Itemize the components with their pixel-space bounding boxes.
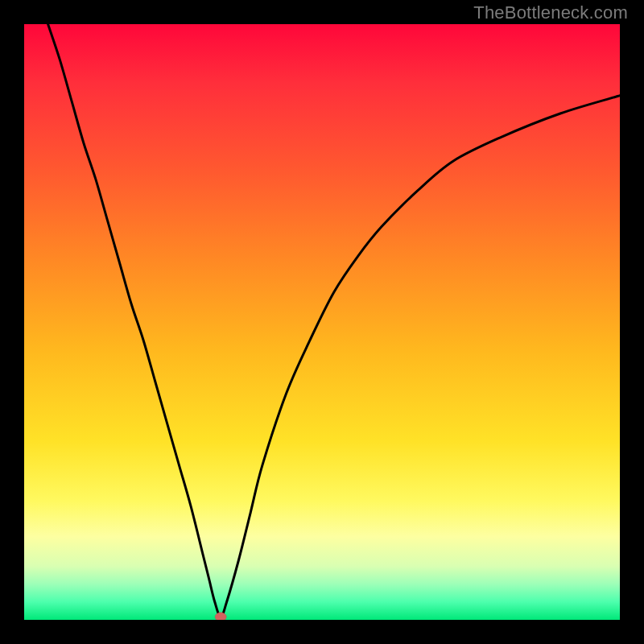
bottleneck-curve	[48, 24, 620, 617]
plot-area	[24, 24, 620, 620]
chart-root: TheBottleneck.com	[0, 0, 644, 644]
minimum-marker	[215, 613, 226, 620]
watermark-text: TheBottleneck.com	[473, 2, 628, 23]
curve-svg	[24, 24, 620, 620]
